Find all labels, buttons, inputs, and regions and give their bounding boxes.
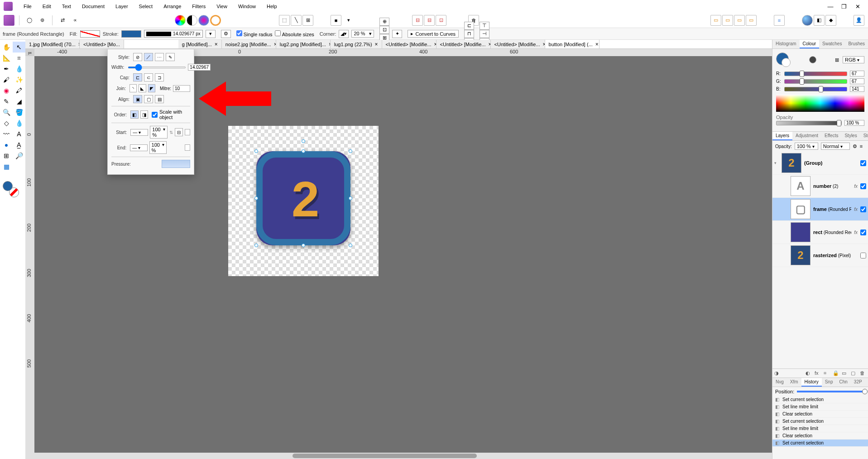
user-icon[interactable]: 👤 — [854, 15, 864, 26]
start-size-combo[interactable]: 100 % ▾ — [150, 126, 168, 139]
gear-icon[interactable]: ⚙ — [221, 30, 231, 38]
arrange1-icon[interactable]: ▭ — [710, 15, 721, 26]
document-canvas[interactable]: 2 — [228, 126, 379, 276]
history-item[interactable]: Set line mitre limit — [772, 425, 868, 432]
align-outside-icon[interactable]: ▤ — [155, 95, 164, 103]
menu-window[interactable]: Window — [233, 2, 261, 11]
style-solid-icon[interactable]: ／ — [144, 53, 153, 61]
layer-gear-icon[interactable]: ⚙ — [853, 143, 857, 149]
align3-icon[interactable]: ⊡ — [436, 15, 446, 26]
tab-effects[interactable]: Effects — [821, 132, 841, 140]
start-color-swatch[interactable] — [185, 129, 190, 135]
align-panel-icon[interactable]: ≡ — [774, 15, 785, 26]
align-inside-icon[interactable]: ▢ — [144, 95, 153, 103]
grid-icon[interactable]: ⊞ — [302, 15, 313, 26]
layer-item[interactable]: ▾2(Group) — [772, 152, 868, 175]
selection-handle[interactable] — [254, 244, 258, 247]
3d-cyl-icon[interactable]: ◆ — [825, 15, 836, 26]
drop-tool-icon[interactable]: 💧 — [13, 118, 25, 129]
history-slider[interactable] — [797, 391, 865, 392]
layer-delete-icon[interactable]: 🗑 — [860, 370, 866, 377]
fill-swatch[interactable] — [80, 30, 100, 38]
menu-filters[interactable]: Filters — [187, 2, 211, 11]
color-pair[interactable] — [3, 181, 17, 196]
tab-xfm[interactable]: Xfm — [787, 378, 801, 387]
window-close[interactable]: ✕ — [854, 3, 861, 10]
horizontal-scrollbar[interactable] — [34, 453, 772, 459]
style-none-icon[interactable]: ⊘ — [133, 53, 142, 61]
history-item[interactable]: Set current selection — [772, 418, 868, 425]
tab-layers[interactable]: Layers — [772, 132, 792, 140]
join-bevel-icon[interactable]: ◣ — [139, 84, 146, 92]
marquee-icon[interactable]: ⬚ — [279, 15, 290, 26]
layer-adj-icon[interactable]: ◐ — [806, 370, 812, 377]
end-color-swatch[interactable] — [185, 144, 190, 151]
layer-item[interactable]: Anumber (2)fx — [772, 175, 868, 198]
close-icon[interactable]: × — [595, 41, 599, 48]
shape-tool-icon[interactable]: ● — [0, 139, 13, 150]
align-c-icon[interactable]: ⊓ — [464, 30, 474, 38]
tab-brushes[interactable]: Brushes — [845, 40, 868, 48]
width-slider[interactable] — [128, 67, 186, 68]
snap2-icon[interactable]: ⊡ — [379, 26, 389, 34]
history-item[interactable]: Set current selection — [772, 440, 868, 447]
start-arrow-combo[interactable]: — ▾ — [130, 129, 148, 136]
doc-tab-8[interactable]: <Untitled> [Modifie...× — [491, 40, 545, 48]
history-item[interactable]: Clear selection — [772, 411, 868, 418]
selection-handle[interactable] — [254, 149, 258, 153]
g-input[interactable] — [850, 78, 864, 84]
layer-lock-icon[interactable]: 🔒 — [833, 370, 839, 377]
history-item[interactable]: Set current selection — [772, 396, 868, 403]
bw-icon[interactable] — [187, 15, 197, 26]
layer-visible-checkbox[interactable] — [860, 206, 866, 212]
r-slider[interactable] — [784, 72, 847, 76]
line-icon[interactable]: ╲ — [291, 15, 302, 26]
ruler-vertical[interactable]: 0 100 200 300 400 500 — [25, 56, 34, 459]
style-dash-icon[interactable]: ⋯ — [155, 53, 164, 61]
fill-tool-icon[interactable]: 🪣 — [13, 107, 25, 118]
doc-tab-7[interactable]: <Untitled> [Modifie...× — [436, 40, 491, 48]
menu-help[interactable]: Help — [261, 2, 283, 11]
eyedropper-icon[interactable] — [809, 56, 816, 63]
canvas-area[interactable]: px -400 -200 0 200 400 600 0 100 200 300… — [25, 49, 772, 459]
layer-menu-icon[interactable]: ≡ — [860, 143, 863, 149]
persona-photo-icon[interactable] — [4, 15, 14, 26]
layer-opacity-combo[interactable]: 100 % ▾ — [795, 143, 818, 150]
hand-tool-icon[interactable]: ✋ — [0, 42, 13, 53]
color-wheel-tool-icon[interactable]: ◉ — [0, 85, 13, 96]
stamp-tool-icon[interactable]: 🖍 — [13, 85, 25, 96]
tab-info[interactable]: Info — [865, 378, 868, 387]
glass-tool-icon[interactable]: 🔎 — [13, 150, 25, 161]
layer-crop-icon[interactable]: ⌗ — [824, 370, 830, 377]
tab-nvg[interactable]: Nvg — [772, 378, 787, 387]
join-round-icon[interactable]: ◝ — [129, 84, 137, 92]
tab-colour[interactable]: Colour — [800, 40, 819, 48]
selection-handle[interactable] — [349, 149, 352, 153]
smudge-tool-icon[interactable]: 〰 — [0, 129, 13, 139]
align-t-icon[interactable]: ⊤ — [480, 22, 489, 30]
selection-handle[interactable] — [254, 196, 258, 200]
link-icon[interactable]: ∝ — [70, 15, 81, 26]
menu-edit[interactable]: Edit — [37, 2, 57, 11]
b-input[interactable] — [850, 86, 864, 92]
gradient-icon[interactable]: ◢ — [13, 96, 25, 107]
menu-view[interactable]: View — [211, 2, 233, 11]
doc-tab-3[interactable]: noise2.jpg [Modifie...× — [222, 40, 276, 48]
r-input[interactable] — [850, 71, 864, 76]
3d-cube-icon[interactable]: ◧ — [814, 15, 825, 26]
doc-tab-0[interactable]: 1.jpg [Modified] (70...× — [25, 40, 80, 48]
close-icon[interactable]: × — [375, 41, 378, 48]
spectrum-picker[interactable] — [776, 95, 864, 112]
secondary-color-icon[interactable] — [782, 58, 791, 67]
arrange2-icon[interactable]: ▭ — [722, 15, 733, 26]
rgb-icon[interactable] — [175, 15, 186, 26]
layer-visible-checkbox[interactable] — [860, 230, 866, 235]
doc-tab-1[interactable]: <Untitled> [Mo... — [80, 40, 124, 48]
move-tool-icon[interactable]: ↖ — [13, 42, 25, 53]
join-miter-icon[interactable]: ◤ — [148, 84, 155, 92]
selection-handle[interactable] — [349, 196, 352, 200]
layer-blend-combo[interactable]: Normal ▾ — [821, 143, 850, 150]
history-item[interactable]: Set line mitre limit — [772, 403, 868, 411]
foreground-color-icon[interactable] — [3, 181, 13, 191]
tab-history[interactable]: History — [801, 378, 822, 387]
